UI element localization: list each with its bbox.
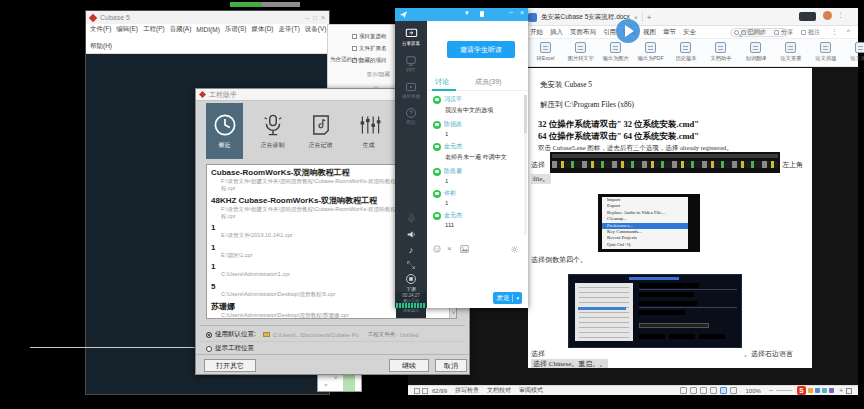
caret-down-icon[interactable]	[465, 9, 469, 17]
page-layout-icon[interactable]	[414, 388, 420, 394]
ime-tool-icon[interactable]	[829, 388, 834, 393]
gear-icon[interactable]	[510, 245, 519, 254]
menu-item[interactable]: 音频(A)	[170, 25, 192, 34]
chat-message[interactable]: 许彬 1	[433, 189, 518, 206]
chat-input[interactable]	[427, 256, 528, 290]
toolbar-button[interactable]: 图片转文字	[563, 42, 598, 62]
ime-tool-icon[interactable]	[808, 388, 813, 393]
chat-message[interactable]: 金元杰 老师再来一遍 咋调中文	[433, 142, 518, 162]
mic-button[interactable]	[395, 213, 427, 224]
smiley-icon[interactable]	[433, 245, 441, 253]
wps-tab-title[interactable]: 免安装Cubase 5安装流程.docx	[541, 13, 630, 22]
toolbar-button[interactable]: 划词翻译	[738, 42, 773, 62]
expand-button[interactable]	[395, 260, 427, 270]
share-screen-button[interactable]: 分享屏幕	[395, 27, 427, 46]
ime-tool-icon[interactable]	[815, 388, 820, 393]
toolbar-button[interactable]: 输出为PDF	[633, 42, 668, 62]
zoom-level[interactable]: 100%	[745, 388, 760, 394]
app-badge[interactable]	[799, 12, 816, 21]
menu-item[interactable]: 引用	[603, 28, 616, 37]
radio-selected-icon[interactable]	[206, 332, 212, 338]
ime-tool-icon[interactable]	[822, 388, 827, 393]
sogou-input-icon[interactable]	[797, 386, 806, 395]
menu-item[interactable]: 开始	[530, 28, 543, 37]
chat-message[interactable]: 陈雨馨 1	[433, 167, 518, 184]
send-options-icon[interactable]	[516, 295, 519, 301]
quiz-button[interactable]: 提问	[395, 107, 427, 125]
menu-item[interactable]: 安全	[683, 28, 696, 37]
fit-page-icon[interactable]	[846, 388, 852, 394]
tab-members[interactable]: 成员(39)	[475, 77, 501, 87]
zoom-in-icon[interactable]	[839, 387, 843, 394]
menu-item[interactable]: 章节	[663, 28, 676, 37]
toolbar-button[interactable]: 论文排版	[808, 42, 843, 62]
zoom-out-icon[interactable]	[769, 387, 773, 394]
menu-item[interactable]: 乐谱(S)	[225, 25, 247, 34]
document-page[interactable]: 免安装 Cubase 5 解压到 C:\Program Files (x86) …	[528, 68, 812, 368]
ppt-button[interactable]: PPT	[395, 55, 427, 73]
toolbar-button[interactable]: 历史版本	[668, 42, 703, 62]
menu-item[interactable]: MIDI(M)	[196, 26, 219, 33]
new-tab-icon[interactable]	[647, 13, 652, 22]
user-avatar[interactable]	[823, 11, 832, 20]
cancel-button[interactable]: 取消	[435, 359, 467, 372]
chat-scrollbar[interactable]	[524, 95, 527, 235]
view-icon-pen[interactable]	[700, 387, 707, 394]
chat-scroll-thumb[interactable]	[524, 95, 527, 133]
tab-scoring[interactable]: 正在记谱	[302, 103, 339, 159]
menu-item[interactable]: 媒体(D)	[251, 25, 273, 34]
tab-discussion[interactable]: 讨论	[435, 77, 449, 87]
status-item[interactable]: 拼写检查	[455, 386, 479, 395]
collapse-ribbon-icon[interactable]	[847, 28, 850, 35]
use-default-location-option[interactable]: 使用默认位置: C:\Users\...\Documents\Cubase Pr…	[206, 329, 463, 340]
toolbar-button[interactable]: 论文格式	[843, 42, 864, 62]
explorer-checkbox-row[interactable]: 文件扩展名	[352, 42, 394, 54]
minimize-icon[interactable]	[305, 15, 309, 21]
radio-icon[interactable]	[206, 346, 212, 352]
action-item[interactable]: 已同步	[741, 28, 766, 37]
video-play-overlay[interactable]	[616, 19, 640, 43]
speaker-button[interactable]	[395, 229, 427, 240]
more-menu-icon[interactable]	[837, 11, 844, 19]
menu-item[interactable]: 页面布局	[570, 28, 596, 37]
toolbar-button[interactable]: 文档助手	[703, 42, 738, 62]
image-icon[interactable]	[460, 245, 469, 253]
open-other-button[interactable]: 打开其它	[204, 359, 256, 372]
end-class-button[interactable]: 下课	[395, 273, 427, 292]
cubase-titlebar[interactable]: Cubase 5	[86, 11, 329, 24]
menu-item[interactable]: 编辑(E)	[116, 25, 138, 34]
chat-message[interactable]: 金元杰 111	[433, 211, 518, 228]
view-icon-pagemode[interactable]	[720, 387, 727, 394]
menu-item-help[interactable]: 帮助(H)	[90, 42, 112, 49]
invite-students-button[interactable]: 邀请学生听课	[447, 41, 515, 58]
cut-icon[interactable]	[447, 244, 452, 253]
toolbar-button[interactable]: 论文查重	[773, 42, 808, 62]
minimize-icon[interactable]	[509, 9, 513, 15]
menu-item[interactable]: 工程(P)	[143, 25, 165, 34]
tab-recording[interactable]: 正在录制	[254, 103, 291, 159]
menu-item[interactable]: 文件(F)	[90, 25, 111, 34]
size-to-fit-label[interactable]: 为合适的大小	[330, 56, 363, 63]
tab-close-icon[interactable]	[634, 14, 638, 21]
view-icon-fullscreen[interactable]	[680, 387, 687, 394]
music-button[interactable]	[395, 245, 427, 255]
menu-kebab-icon[interactable]	[831, 28, 838, 36]
close-icon[interactable]	[321, 14, 325, 21]
page-layout-icon2[interactable]	[422, 388, 428, 394]
maximize-icon[interactable]	[313, 15, 317, 21]
status-item[interactable]: 审阅模式	[519, 386, 543, 395]
toolbar-button[interactable]: 输出为图片	[598, 42, 633, 62]
chat-message[interactable]: 冯汉平 我没有中文的选项	[433, 95, 518, 115]
view-icon-outline[interactable]	[690, 387, 697, 394]
action-item[interactable]: 批注	[801, 28, 820, 37]
menu-item[interactable]: 视图	[643, 28, 656, 37]
menu-item[interactable]: 设备(V)	[305, 25, 327, 34]
zoom-slider[interactable]	[776, 390, 792, 391]
checkbox-icon[interactable]	[352, 46, 357, 51]
chat-message[interactable]: 陈德政 1	[433, 120, 518, 137]
prompt-location-option[interactable]: 提示工程位置	[206, 343, 254, 354]
menu-item[interactable]: 走带(T)	[279, 25, 300, 34]
status-item[interactable]: 文档校对	[487, 386, 511, 395]
checkbox-icon[interactable]	[352, 34, 357, 39]
menu-item[interactable]: 插入	[550, 28, 563, 37]
